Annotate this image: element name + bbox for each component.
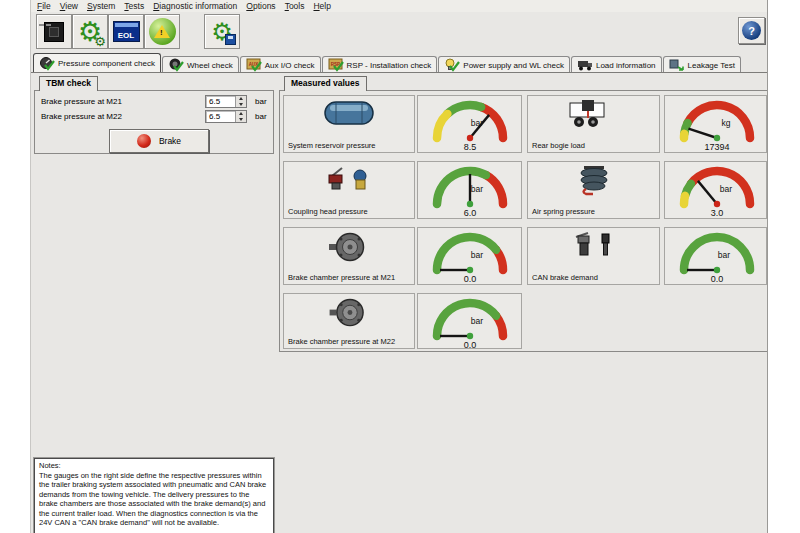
- menu-tools[interactable]: Tools: [285, 1, 305, 11]
- svg-text:RSP: RSP: [330, 62, 339, 67]
- application-window: File View System Tests Diagnostic inform…: [30, 0, 768, 533]
- content-pane-divider: [31, 72, 767, 73]
- brake-ball-icon: [137, 134, 151, 148]
- rsp-check-icon: RSP: [328, 58, 344, 72]
- reservoir-tank-icon: [284, 99, 414, 127]
- equipment-cell: CAN brake demand: [527, 227, 660, 285]
- notes-panel: Notes: The gauges on the right side defi…: [34, 458, 274, 533]
- svg-text:bar: bar: [720, 184, 732, 194]
- gauge-cell: bar 0.0: [664, 227, 767, 285]
- coupling-head-pressure-gauge: bar 6.0: [418, 162, 522, 218]
- gauge-cell: bar 6.0: [417, 161, 522, 219]
- brake-pressure-m22-input[interactable]: 6.5: [205, 110, 247, 123]
- brake-chamber-icon: [284, 231, 414, 265]
- svg-text:bar: bar: [718, 250, 730, 260]
- unit-label: bar: [255, 97, 267, 106]
- spinner-buttons[interactable]: [235, 96, 246, 107]
- brake-pressure-m21-input[interactable]: 6.5: [205, 95, 247, 108]
- equipment-cell: Coupling head pressure: [283, 161, 415, 219]
- svg-text:0.0: 0.0: [464, 274, 477, 284]
- spin-down-icon[interactable]: [236, 102, 246, 108]
- equipment-cell: System reservoir pressure: [283, 95, 415, 153]
- warnings-button[interactable]: !: [144, 14, 180, 49]
- tab-wheel-check[interactable]: Wheel check: [162, 56, 239, 73]
- menu-diagnostic-information[interactable]: Diagnostic information: [153, 1, 237, 11]
- air-spring-pressure-gauge: bar 3.0: [665, 162, 768, 218]
- svg-text:kg: kg: [722, 118, 731, 128]
- help-button[interactable]: ?: [738, 17, 765, 44]
- equipment-cell: Brake chamber pressure at M22: [283, 293, 415, 349]
- equipment-cell: Rear bogie load: [527, 95, 660, 153]
- svg-text:3.0: 3.0: [711, 208, 724, 218]
- svg-text:0.0: 0.0: [711, 274, 724, 284]
- tab-leakage-test[interactable]: Leakage Test: [663, 56, 741, 73]
- coupling-head-icon: [284, 165, 414, 195]
- tab-aux-io-check[interactable]: AUX Aux I/O check: [240, 56, 321, 73]
- aux-io-check-icon: AUX: [246, 58, 262, 72]
- tbm-check-panel: Brake pressure at M21 6.5 bar Brake pres…: [34, 90, 274, 154]
- brake-chamber-icon: [284, 297, 414, 330]
- help-icon: ?: [742, 21, 761, 40]
- svg-text:8.5: 8.5: [464, 142, 477, 152]
- ecu-chip-icon: [44, 22, 64, 42]
- menu-options[interactable]: Options: [246, 1, 275, 11]
- svg-text:17394: 17394: [704, 142, 729, 152]
- equipment-cell: Brake chamber pressure at M21: [283, 227, 415, 285]
- air-spring-icon: [528, 165, 659, 196]
- menu-tests[interactable]: Tests: [124, 1, 144, 11]
- spin-down-icon[interactable]: [236, 117, 246, 123]
- measured-values-title: Measured values: [284, 76, 367, 91]
- gauge-cell: bar 0.0: [417, 227, 522, 285]
- unit-label: bar: [255, 112, 267, 121]
- small-gear-icon: ⚙: [94, 35, 106, 48]
- tab-load-information[interactable]: Load information: [571, 56, 662, 73]
- gauge-cell: kg 17394: [664, 95, 767, 153]
- menu-help[interactable]: Help: [313, 1, 330, 11]
- svg-text:6.0: 6.0: [464, 208, 477, 218]
- rear-bogie-load-gauge: kg 17394: [665, 96, 768, 152]
- menu-view[interactable]: View: [60, 1, 78, 11]
- power-supply-check-icon: [444, 58, 460, 72]
- tbm-check-title: TBM check: [39, 76, 98, 91]
- brake-pressure-m22-label: Brake pressure at M22: [41, 110, 122, 123]
- menu-system[interactable]: System: [87, 1, 115, 11]
- eol-icon: EOL: [113, 21, 140, 42]
- can-connector-icon: [528, 231, 659, 261]
- can-brake-demand-gauge: bar 0.0: [665, 228, 768, 284]
- system-settings-button[interactable]: ⚙ ⚙: [72, 14, 108, 49]
- floppy-disk-icon: [225, 34, 236, 45]
- tab-bar: Pressure component check Wheel check AUX…: [33, 53, 742, 73]
- measured-values-panel: System reservoir pressure bar 8.5 Rear b…: [279, 90, 768, 352]
- eol-test-button[interactable]: EOL: [108, 14, 144, 49]
- menu-bar: File View System Tests Diagnostic inform…: [31, 0, 767, 12]
- tab-rsp-installation-check[interactable]: RSP RSP - Installation check: [322, 56, 438, 73]
- spinner-buttons[interactable]: [235, 111, 246, 122]
- equipment-cell: Air spring pressure: [527, 161, 660, 219]
- svg-text:bar: bar: [471, 184, 483, 194]
- wheel-check-icon: [168, 58, 184, 72]
- notes-body: The gauges on the right side define the …: [39, 471, 269, 528]
- ecu-connect-button[interactable]: [36, 14, 72, 49]
- gauge-cell: bar 3.0: [664, 161, 767, 219]
- gauge-cell: bar 0.0: [417, 293, 522, 349]
- truck-load-icon: [577, 58, 593, 72]
- brake-chamber-m22-gauge: bar 0.0: [418, 294, 522, 350]
- svg-text:bar: bar: [471, 250, 483, 260]
- menu-file[interactable]: File: [37, 1, 51, 11]
- brake-pressure-m21-label: Brake pressure at M21: [41, 95, 122, 108]
- brake-button[interactable]: Brake: [109, 129, 209, 153]
- svg-text:0.0: 0.0: [464, 340, 477, 350]
- rear-bogie-icon: [528, 99, 659, 130]
- gauge-cell: bar 8.5: [417, 95, 522, 153]
- notes-title: Notes:: [39, 461, 269, 471]
- tab-pressure-component-check[interactable]: Pressure component check: [33, 53, 161, 73]
- save-parameters-button[interactable]: ⚙: [204, 14, 240, 49]
- system-reservoir-pressure-gauge: bar 8.5: [418, 96, 522, 152]
- tab-power-supply-wl-check[interactable]: Power supply and WL check: [438, 56, 570, 73]
- warning-triangle-icon: !: [149, 18, 176, 45]
- brake-chamber-m21-gauge: bar 0.0: [418, 228, 522, 284]
- leakage-test-icon: [669, 58, 685, 72]
- pressure-gauge-check-icon: [39, 57, 55, 71]
- svg-text:bar: bar: [471, 316, 483, 326]
